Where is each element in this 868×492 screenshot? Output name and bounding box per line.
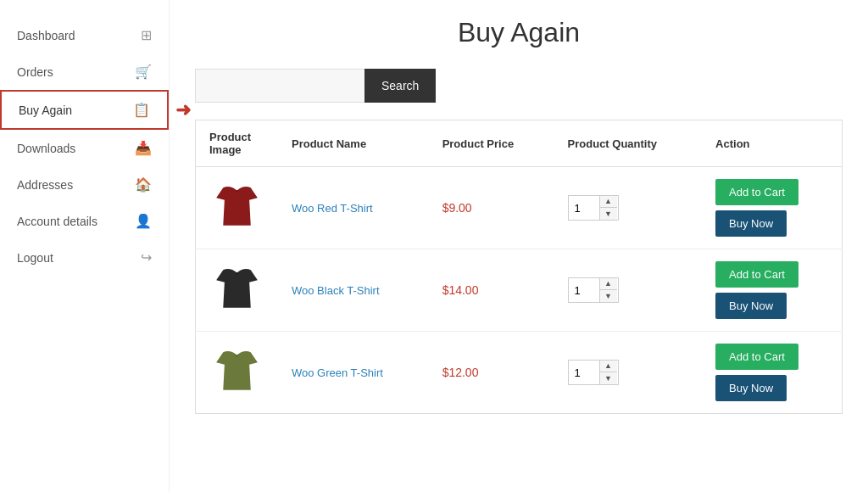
- sidebar: Dashboard ⊞ Orders 🛒 Buy Again 📋 ➜ Downl…: [0, 0, 170, 492]
- quantity-stepper-0: ▲ ▼: [568, 195, 619, 221]
- product-price-2: $12.00: [442, 366, 479, 379]
- qty-down-1[interactable]: ▼: [600, 290, 617, 302]
- qty-up-1[interactable]: ▲: [600, 278, 617, 290]
- col-header-image: Product Image: [196, 120, 279, 167]
- search-button[interactable]: Search: [364, 69, 436, 103]
- active-arrow-indicator: ➜: [175, 99, 191, 121]
- quantity-stepper-1: ▲ ▼: [568, 277, 619, 303]
- sidebar-item-label: Orders: [17, 65, 53, 79]
- col-header-quantity: Product Quantity: [554, 120, 703, 167]
- app-layout: Dashboard ⊞ Orders 🛒 Buy Again 📋 ➜ Downl…: [0, 0, 868, 492]
- product-link-2[interactable]: Woo Green T-Shirt: [292, 366, 383, 379]
- search-row: Search: [195, 69, 843, 103]
- action-cell-0: Add to Cart Buy Now: [702, 167, 842, 249]
- dashboard-icon: ⊞: [141, 27, 152, 43]
- product-name-cell-1: Woo Black T-Shirt: [278, 249, 429, 332]
- qty-down-0[interactable]: ▼: [600, 208, 617, 220]
- sidebar-item-logout[interactable]: Logout ↪: [0, 239, 169, 276]
- product-image-1: [209, 263, 264, 318]
- quantity-input-0[interactable]: [569, 196, 599, 220]
- logout-icon: ↪: [141, 249, 152, 266]
- qty-arrows-1: ▲ ▼: [599, 278, 617, 302]
- sidebar-item-label: Dashboard: [17, 29, 75, 42]
- search-input[interactable]: [195, 69, 364, 103]
- addresses-icon: 🏠: [135, 176, 152, 193]
- action-buttons-1: Add to Cart Buy Now: [715, 261, 828, 319]
- sidebar-item-addresses[interactable]: Addresses 🏠: [0, 166, 169, 203]
- sidebar-item-label: Buy Again: [19, 103, 72, 117]
- product-price-cell-2: $12.00: [429, 332, 554, 414]
- qty-arrows-0: ▲ ▼: [599, 196, 617, 220]
- qty-up-0[interactable]: ▲: [600, 196, 617, 208]
- product-quantity-cell-1: ▲ ▼: [554, 249, 703, 332]
- col-header-name: Product Name: [278, 120, 429, 167]
- qty-up-2[interactable]: ▲: [600, 361, 617, 372]
- sidebar-item-dashboard[interactable]: Dashboard ⊞: [0, 17, 169, 53]
- buy-again-icon: 📋: [133, 102, 150, 118]
- product-image-0: [209, 181, 264, 236]
- table-row: Woo Black T-Shirt $14.00 ▲ ▼ Add to Cart…: [196, 249, 843, 332]
- sidebar-item-label: Addresses: [17, 178, 73, 192]
- table-row: Woo Green T-Shirt $12.00 ▲ ▼ Add to Cart…: [196, 332, 843, 414]
- buy-now-button-0[interactable]: Buy Now: [715, 210, 787, 237]
- product-quantity-cell-2: ▲ ▼: [554, 332, 703, 414]
- add-to-cart-button-0[interactable]: Add to Cart: [715, 179, 798, 205]
- product-price-cell-1: $14.00: [429, 249, 554, 332]
- quantity-stepper-2: ▲ ▼: [568, 360, 619, 385]
- product-image-cell-1: [196, 249, 279, 332]
- sidebar-item-label: Downloads: [17, 142, 75, 155]
- buy-now-button-2[interactable]: Buy Now: [715, 375, 787, 401]
- action-buttons-0: Add to Cart Buy Now: [715, 179, 828, 237]
- product-link-1[interactable]: Woo Black T-Shirt: [292, 284, 380, 297]
- page-title: Buy Again: [195, 17, 843, 48]
- product-name-cell-0: Woo Red T-Shirt: [278, 167, 429, 249]
- product-quantity-cell-0: ▲ ▼: [554, 167, 703, 249]
- product-image-cell-0: [196, 167, 279, 249]
- orders-icon: 🛒: [135, 64, 152, 80]
- sidebar-item-orders[interactable]: Orders 🛒: [0, 53, 169, 90]
- action-cell-2: Add to Cart Buy Now: [702, 332, 842, 414]
- table-header-row: Product Image Product Name Product Price…: [196, 120, 843, 167]
- sidebar-item-label: Logout: [17, 251, 53, 265]
- table-row: Woo Red T-Shirt $9.00 ▲ ▼ Add to Cart Bu…: [196, 167, 843, 249]
- sidebar-item-label: Account details: [17, 215, 97, 228]
- product-price-0: $9.00: [442, 201, 472, 215]
- product-price-1: $14.00: [442, 283, 479, 297]
- quantity-input-2[interactable]: [569, 361, 599, 384]
- qty-arrows-2: ▲ ▼: [599, 361, 617, 384]
- col-header-action: Action: [702, 120, 842, 167]
- action-buttons-2: Add to Cart Buy Now: [715, 344, 828, 401]
- product-link-0[interactable]: Woo Red T-Shirt: [292, 202, 373, 215]
- product-image-cell-2: [196, 332, 279, 414]
- qty-down-2[interactable]: ▼: [600, 372, 617, 384]
- product-price-cell-0: $9.00: [429, 167, 554, 249]
- add-to-cart-button-2[interactable]: Add to Cart: [715, 344, 798, 370]
- sidebar-item-downloads[interactable]: Downloads 📥: [0, 130, 169, 166]
- account-icon: 👤: [135, 213, 152, 229]
- buy-now-button-1[interactable]: Buy Now: [715, 293, 787, 319]
- action-cell-1: Add to Cart Buy Now: [702, 249, 842, 332]
- col-header-price: Product Price: [429, 120, 554, 167]
- sidebar-item-buy-again[interactable]: Buy Again 📋 ➜: [0, 90, 169, 130]
- quantity-input-1[interactable]: [569, 278, 599, 302]
- downloads-icon: 📥: [135, 140, 152, 156]
- add-to-cart-button-1[interactable]: Add to Cart: [715, 261, 798, 288]
- sidebar-item-account-details[interactable]: Account details 👤: [0, 203, 169, 239]
- product-table: Product Image Product Name Product Price…: [195, 120, 843, 414]
- main-content: Buy Again Search Product Image Product N…: [170, 0, 868, 492]
- product-image-2: [209, 345, 264, 400]
- product-name-cell-2: Woo Green T-Shirt: [278, 332, 429, 414]
